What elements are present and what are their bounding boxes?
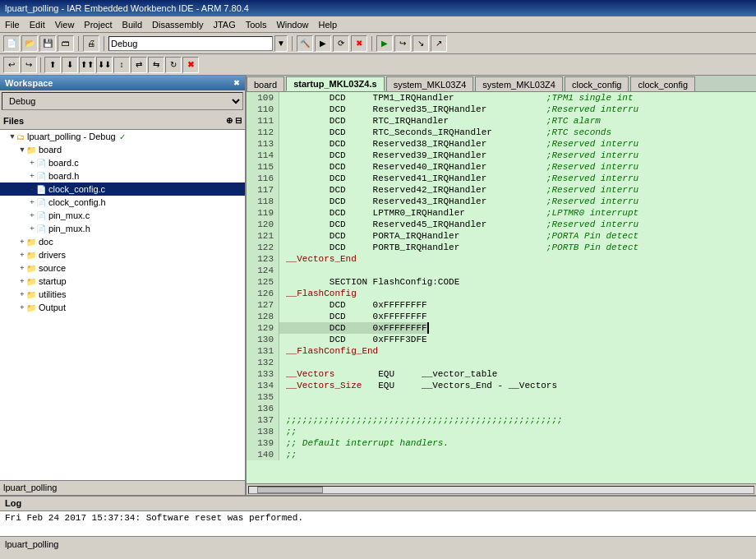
tree-folder-drivers[interactable]: + 📁 drivers	[0, 248, 245, 261]
hscroll[interactable]	[247, 483, 756, 495]
tb2-btn6[interactable]: ⬇⬇	[96, 57, 113, 73]
rebuild-btn[interactable]: ⟳	[333, 35, 349, 52]
tb2-btn5[interactable]: ⬆⬆	[79, 57, 95, 73]
tb2-btn4[interactable]: ⬇	[62, 57, 78, 73]
board-h-label: board.h	[48, 171, 79, 181]
hscroll-track[interactable]	[248, 486, 754, 494]
step-over-btn[interactable]: ↪	[394, 35, 411, 52]
source-folder-label: source	[39, 263, 66, 273]
debug-dropdown-container: Debug Release	[0, 90, 245, 112]
content-area: board startup_MKL03Z4.s system_MKL03Z4 s…	[247, 76, 756, 495]
title-bar: lpuart_polling - IAR Embedded Workbench …	[0, 0, 756, 16]
file-icon-clock-c: 📄	[36, 185, 46, 194]
new-btn[interactable]: 📄	[3, 35, 20, 52]
files-label: Files	[3, 116, 24, 126]
expander-drivers: +	[18, 251, 26, 259]
log-title: Log	[5, 498, 21, 508]
step-out-btn[interactable]: ↗	[431, 35, 447, 52]
tree-folder-doc[interactable]: + 📁 doc	[0, 235, 245, 248]
tb2-btn2[interactable]: ↪	[21, 57, 37, 73]
expander-board-c: +	[28, 159, 36, 167]
compile-btn[interactable]: 🔨	[297, 35, 313, 52]
code-line-109: 109 DCD TPM1_IRQHandler ;TPM1 single int	[247, 92, 756, 104]
tab-startup[interactable]: startup_MKL03Z4.s	[286, 76, 384, 91]
tree-file-clock-config-c[interactable]: - 📄 clock_config.c	[0, 182, 245, 196]
save-btn[interactable]: 💾	[39, 35, 56, 52]
code-line-111: 111 DCD RTC_IRQHandler ;RTC alarm	[247, 115, 756, 127]
tree-file-pin-mux-h[interactable]: + 📄 pin_mux.h	[0, 222, 245, 235]
tb2-btn7[interactable]: ↕	[113, 57, 130, 73]
sep5	[40, 58, 41, 72]
clock-config-c-label: clock_config.c	[48, 184, 105, 194]
step-in-btn[interactable]: ↘	[413, 35, 429, 52]
close-workspace-icon[interactable]: ✖	[233, 79, 240, 87]
files-icon2[interactable]: ⊟	[235, 116, 242, 125]
tree-file-board-h[interactable]: + 📄 board.h	[0, 169, 245, 182]
tb2-btn8[interactable]: ⇄	[131, 57, 147, 73]
tree-folder-startup[interactable]: + 📁 startup	[0, 275, 245, 288]
code-line-137: 137 ;;;;;;;;;;;;;;;;;;;;;;;;;;;;;;;;;;;;…	[247, 414, 756, 426]
expander-pin-c: +	[28, 211, 36, 219]
tab-clock1[interactable]: clock_config	[565, 76, 629, 91]
tab-board[interactable]: board	[247, 76, 284, 91]
files-icon1[interactable]: ⊕	[226, 116, 233, 125]
menu-file[interactable]: File	[0, 18, 25, 31]
debug-select[interactable]: Debug Release	[2, 92, 243, 110]
tb2-btn3[interactable]: ⬆	[44, 57, 61, 73]
tree-file-clock-config-h[interactable]: + 📄 clock_config.h	[0, 196, 245, 209]
code-line-125: 125 SECTION FlashConfig:CODE	[247, 276, 756, 288]
tree-folder-board[interactable]: ▼ 📁 board	[0, 143, 245, 156]
sep3	[292, 36, 293, 51]
workspace-title: Workspace	[5, 78, 53, 88]
tree-folder-source[interactable]: + 📁 source	[0, 261, 245, 275]
log-text: Fri Feb 24 2017 15:37:34: Software reset…	[5, 513, 303, 523]
tabs-bar: board startup_MKL03Z4.s system_MKL03Z4 s…	[247, 76, 756, 92]
menu-help[interactable]: Help	[314, 18, 343, 31]
folder-icon-doc: 📁	[26, 238, 36, 247]
tree-folder-output[interactable]: + 📁 Output	[0, 301, 245, 314]
file-icon-pin-c: 📄	[36, 211, 46, 220]
stop-btn[interactable]: ✖	[351, 35, 367, 52]
open-btn[interactable]: 📂	[21, 35, 38, 52]
expander-source: +	[18, 264, 26, 272]
menu-tools[interactable]: Tools	[241, 18, 272, 31]
code-line-134: 134 __Vectors_Size EQU __Vectors_End - _…	[247, 380, 756, 391]
hscroll-thumb[interactable]	[257, 487, 323, 493]
title-text: lpuart_polling - IAR Embedded Workbench …	[5, 3, 249, 13]
menu-view[interactable]: View	[50, 18, 80, 31]
config-dropdown-arrow[interactable]: ▼	[274, 35, 288, 52]
toolbar1: 📄 📂 💾 🗃 🖨 ▼ 🔨 ▶ ⟳ ✖ ▶ ↪ ↘ ↗	[0, 33, 756, 54]
file-icon-board-c: 📄	[36, 159, 46, 168]
tb2-btn11[interactable]: ✖	[182, 57, 199, 73]
folder-icon-board: 📁	[26, 146, 36, 155]
tab-system2[interactable]: system_MKL03Z4	[475, 76, 563, 91]
output-folder-label: Output	[39, 303, 66, 312]
tb2-btn9[interactable]: ⇆	[148, 57, 164, 73]
tab-system1[interactable]: system_MKL03Z4	[386, 76, 474, 91]
status-bar: lpuart_polling	[0, 536, 756, 551]
tree-file-board-c[interactable]: + 📄 board.c	[0, 156, 245, 169]
code-line-115: 115 DCD Reserved40_IRQHandler ;Reserved …	[247, 161, 756, 173]
tb2-btn10[interactable]: ↻	[165, 57, 182, 73]
log-content: Fri Feb 24 2017 15:37:34: Software reset…	[0, 511, 756, 536]
tree-folder-utilities[interactable]: + 📁 utilities	[0, 288, 245, 301]
print-btn[interactable]: 🖨	[83, 35, 99, 52]
menu-jtag[interactable]: JTAG	[208, 18, 240, 31]
workspace-status-text: lpuart_polling	[3, 483, 57, 492]
menu-edit[interactable]: Edit	[25, 18, 50, 31]
tree-project-root[interactable]: ▼ 🗂 lpuart_polling - Debug ✓	[0, 130, 245, 143]
config-dropdown[interactable]	[108, 36, 273, 51]
code-line-112: 112 DCD RTC_Seconds_IRQHandler ;RTC seco…	[247, 127, 756, 138]
tb2-btn1[interactable]: ↩	[3, 57, 20, 73]
menu-window[interactable]: Window	[271, 18, 313, 31]
code-line-122: 122 DCD PORTB_IRQHandler ;PORTB Pin dete…	[247, 242, 756, 253]
tab-clock2[interactable]: clock_config	[630, 76, 695, 91]
menu-disassembly[interactable]: Disassembly	[147, 18, 208, 31]
tree-file-pin-mux-c[interactable]: + 📄 pin_mux.c	[0, 209, 245, 222]
code-view[interactable]: 109 DCD TPM1_IRQHandler ;TPM1 single int…	[247, 92, 756, 483]
menu-project[interactable]: Project	[79, 18, 117, 31]
build-btn[interactable]: ▶	[315, 35, 331, 52]
save-all-btn[interactable]: 🗃	[58, 35, 74, 52]
menu-build[interactable]: Build	[118, 18, 147, 31]
debug-btn[interactable]: ▶	[376, 35, 393, 52]
